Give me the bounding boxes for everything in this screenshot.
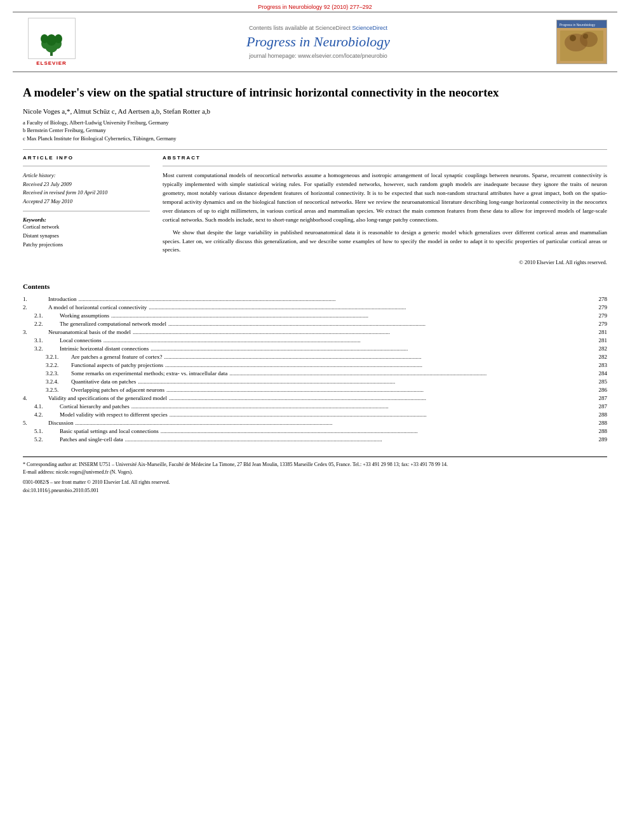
toc-title: Model validity with respect to different… bbox=[60, 411, 168, 418]
journal-header: ELSEVIER Contents lists available at Sci… bbox=[13, 11, 617, 72]
svg-point-6 bbox=[55, 34, 62, 43]
toc-entry: 4.2.Model validity with respect to diffe… bbox=[23, 411, 607, 419]
toc-number: 3.2.4. bbox=[23, 378, 71, 385]
abstract-header: ABSTRACT bbox=[163, 155, 607, 161]
toc-number: 2. bbox=[23, 304, 48, 310]
email-address: nicole.voges@univmed.fr (N. Voges). bbox=[56, 469, 133, 475]
svg-point-13 bbox=[570, 35, 576, 41]
accepted-date: Accepted 27 May 2010 bbox=[23, 197, 150, 206]
toc-title: Some remarks on experimental methods; ex… bbox=[71, 370, 227, 377]
cover-svg: Progress in Neurobiology bbox=[557, 20, 607, 63]
toc-page: 281 bbox=[589, 337, 607, 343]
divider-3 bbox=[23, 211, 150, 211]
page: Progress in Neurobiology 92 (2010) 277–2… bbox=[0, 0, 630, 840]
elsevier-text: ELSEVIER bbox=[36, 60, 67, 66]
toc-page: 287 bbox=[589, 403, 607, 410]
toc-title: Intrinsic horizontal distant connections bbox=[60, 345, 149, 352]
toc-entry: 2.A model of horizontal cortical connect… bbox=[23, 303, 607, 312]
journal-title: Progress in Neurobiology bbox=[80, 34, 556, 50]
toc-page: 283 bbox=[589, 362, 607, 368]
toc-title: Discussion bbox=[48, 420, 74, 426]
toc-title: Cortical hierarchy and patches bbox=[60, 403, 130, 410]
toc-dots: ........................................… bbox=[164, 387, 589, 393]
toc-dots: ........................................… bbox=[102, 337, 589, 343]
sciencedirect-link[interactable]: ScienceDirect bbox=[352, 25, 388, 31]
toc-entry: 4.Validity and specifications of the gen… bbox=[23, 394, 607, 403]
article-history: Article history: Received 23 July 2009 R… bbox=[23, 171, 150, 206]
article-info-abstract: ARTICLE INFO Article history: Received 2… bbox=[23, 155, 607, 271]
toc-dots: ........................................… bbox=[109, 312, 589, 319]
keywords-section: Keywords: Cortical network Distant synap… bbox=[23, 217, 150, 249]
toc-page: 288 bbox=[589, 420, 607, 426]
toc-dots: ........................................… bbox=[74, 420, 589, 426]
svg-point-12 bbox=[580, 32, 598, 47]
keyword-2: Distant synapses bbox=[23, 232, 150, 241]
received-revised-date: Received in revised form 10 April 2010 bbox=[23, 189, 150, 197]
toc-dots: ........................................… bbox=[77, 296, 590, 302]
toc-number: 5.1. bbox=[23, 428, 60, 434]
toc-number: 3.1. bbox=[23, 337, 60, 343]
toc-entry: 3.2.1.Are patches a general feature of c… bbox=[23, 353, 607, 361]
toc-entry: 3.2.Intrinsic horizontal distant connect… bbox=[23, 345, 607, 353]
elsevier-logo bbox=[28, 18, 76, 59]
email-label: E-mail address: bbox=[23, 469, 55, 475]
toc-dots: ........................................… bbox=[162, 354, 589, 360]
toc-dots: ........................................… bbox=[227, 370, 589, 377]
toc-number: 4. bbox=[23, 395, 48, 401]
toc-page: 285 bbox=[589, 378, 607, 385]
issn: 0301-0082/$ – see front matter © 2010 El… bbox=[23, 479, 607, 486]
article-info-column: ARTICLE INFO Article history: Received 2… bbox=[23, 155, 150, 271]
authors-line: Nicole Voges a,*, Almut Schüz c, Ad Aert… bbox=[23, 107, 607, 115]
toc-entry: 4.1.Cortical hierarchy and patches .....… bbox=[23, 403, 607, 411]
toc-dots: ........................................… bbox=[168, 411, 589, 418]
toc-entry: 3.2.3.Some remarks on experimental metho… bbox=[23, 370, 607, 378]
toc-dots: ........................................… bbox=[136, 378, 589, 385]
contents-section: Contents 1.Introduction ................… bbox=[23, 283, 607, 444]
abstract-column: ABSTRACT Most current computational mode… bbox=[163, 155, 607, 271]
toc-title: Quantitative data on patches bbox=[71, 378, 136, 385]
toc-dots: ........................................… bbox=[147, 304, 589, 310]
affiliation-a: a Faculty of Biology, Albert-Ludwig Univ… bbox=[23, 119, 607, 127]
main-content: A modeler's view on the spatial structur… bbox=[0, 72, 630, 501]
affiliation-b: b Bernstein Center Freiburg, Germany bbox=[23, 126, 607, 135]
doi: doi:10.1016/j.pneurobio.2010.05.001 bbox=[23, 487, 607, 495]
keywords-list: Cortical network Distant synapses Patchy… bbox=[23, 223, 150, 249]
svg-text:Progress in Neurobiology: Progress in Neurobiology bbox=[560, 23, 596, 27]
toc-title: Validity and specifications of the gener… bbox=[48, 395, 167, 401]
svg-point-14 bbox=[583, 34, 588, 39]
toc-title: Basic spatial settings and local connect… bbox=[60, 428, 159, 434]
sciencedirect-line: Contents lists available at ScienceDirec… bbox=[80, 25, 556, 31]
toc-title: Working assumptions bbox=[60, 312, 109, 319]
toc-page: 287 bbox=[589, 395, 607, 401]
toc-page: 288 bbox=[589, 428, 607, 434]
toc-page: 288 bbox=[589, 411, 607, 418]
toc-number: 3. bbox=[23, 329, 48, 335]
toc-dots: ........................................… bbox=[166, 321, 589, 327]
toc-dots: ........................................… bbox=[163, 362, 589, 368]
abstract-paragraph-2: We show that despite the large variabili… bbox=[163, 229, 607, 255]
corresponding-note: * Corresponding author at: INSERM U751 –… bbox=[23, 461, 607, 469]
toc-dots: ........................................… bbox=[149, 345, 589, 352]
toc-number: 3.2.5. bbox=[23, 387, 71, 393]
toc-title: Local connections bbox=[60, 337, 102, 343]
toc-entry: 3.Neuroanatomical basis of the model ...… bbox=[23, 328, 607, 337]
keyword-3: Patchy projections bbox=[23, 241, 150, 250]
toc-entry: 5.2.Patches and single-cell data .......… bbox=[23, 436, 607, 444]
article-info-header: ARTICLE INFO bbox=[23, 155, 150, 161]
toc-number: 5.2. bbox=[23, 436, 60, 443]
toc-dots: ........................................… bbox=[131, 329, 589, 335]
toc-number: 4.1. bbox=[23, 403, 60, 410]
toc-title: Neuroanatomical basis of the model bbox=[48, 329, 131, 335]
toc-entry: 2.2.The generalized computational networ… bbox=[23, 320, 607, 328]
divider-1 bbox=[23, 149, 607, 150]
received-date: Received 23 July 2009 bbox=[23, 180, 150, 189]
email-line: E-mail address: nicole.voges@univmed.fr … bbox=[23, 469, 607, 476]
toc-page: 279 bbox=[589, 312, 607, 319]
toc-number: 3.2.3. bbox=[23, 370, 71, 377]
affiliation-c: c Max Planck Institute for Biological Cy… bbox=[23, 135, 607, 143]
toc-number: 5. bbox=[23, 420, 48, 426]
elsevier-logo-area: ELSEVIER bbox=[23, 18, 80, 66]
toc-title: Functional aspects of patchy projections bbox=[71, 362, 163, 368]
keyword-1: Cortical network bbox=[23, 223, 150, 232]
toc-page: 286 bbox=[589, 387, 607, 393]
